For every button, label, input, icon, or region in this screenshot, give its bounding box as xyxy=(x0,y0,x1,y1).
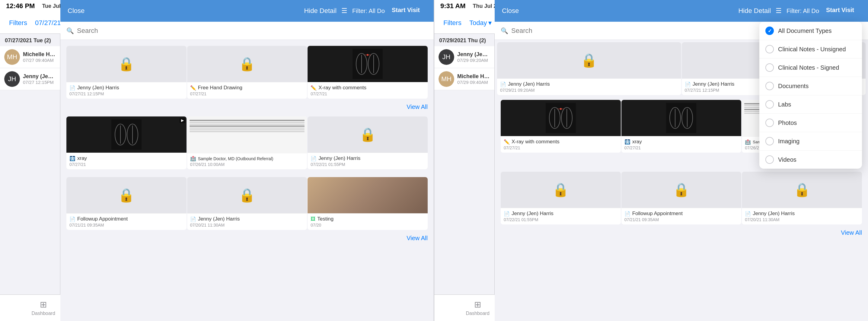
left-doc-meta-7: 📄 Jenny (Jen) Harris 07/20/21 11:30AM xyxy=(187,213,307,230)
left-doc-thumb-8 xyxy=(308,177,428,213)
left-doc-meta-3: 🩻 xray 07/27/21 xyxy=(66,153,187,169)
left-tab-label-dashboard: Dashboard xyxy=(32,311,55,316)
right-doc-thumb-7: 🔒 xyxy=(742,172,862,208)
right-doc-thumb-5: 🔒 xyxy=(501,172,621,208)
left-doc-card-4[interactable]: 🏥 Sample Doctor, MD (Outbound Referral) … xyxy=(187,117,307,169)
right-dropdown-label-all: All Document Types xyxy=(778,34,832,34)
right-dropdown-item-videos[interactable]: Videos xyxy=(760,151,862,169)
pdf-icon: 📄 xyxy=(500,82,506,87)
left-doc-card-7[interactable]: 🔒 📄 Jenny (Jen) Harris 07/20/21 11:30AM xyxy=(187,177,307,230)
right-doc-grid-3: 🔒 📄 Jenny (Jen) Harris 07/22/21 01:55PM xyxy=(497,168,866,228)
right-dropdown-item-labs[interactable]: Labs xyxy=(760,95,862,114)
left-doc-card-3[interactable]: ▶ 🩻 xray xyxy=(66,117,187,169)
right-appt-item-0[interactable]: JH Jenny (Jen) H 07/29 09:20AM xyxy=(434,46,494,68)
left-status-left: 12:46 PM Tue Jul 27 xyxy=(6,2,68,10)
right-doc-card-5[interactable]: 🔒 📄 Jenny (Jen) Harris 07/22/21 01:55PM xyxy=(501,172,621,224)
right-dropdown-item-all[interactable]: All Document Types xyxy=(760,34,862,40)
left-doc-card-6[interactable]: 🔒 📄 Followup Appointment 07/21/21 09:35A… xyxy=(66,177,187,230)
right-doc-card-7[interactable]: 🔒 📄 Jenny (Jen) Harris 07/20/21 11:30AM xyxy=(742,172,862,224)
right-doc-card-3[interactable]: 🩻 xray 07/27/21 xyxy=(621,100,742,153)
left-doc-meta-1: ✏️ Free Hand Drawing 07/27/21 xyxy=(187,82,307,99)
right-dropdown-item-clinical-unsigned[interactable]: Clinical Notes - Unsigned xyxy=(760,40,862,59)
lock-icon: 🔒 xyxy=(673,182,690,198)
right-appt-info-0: Jenny (Jen) H 07/29 09:20AM xyxy=(457,51,490,63)
right-dropdown-item-imaging[interactable]: Imaging xyxy=(760,132,862,151)
right-date-button[interactable]: Today ▾ xyxy=(469,19,492,27)
left-appt-time-1: 07/27 12:15PM xyxy=(23,79,56,85)
right-doc-thumb-3 xyxy=(621,100,742,136)
pdf-icon: 📄 xyxy=(624,211,630,217)
right-day-header: 07/29/2021 Thu (2) xyxy=(434,34,494,46)
left-doc-card-1[interactable]: 🔒 ✏️ Free Hand Drawing 07/27/21 xyxy=(187,46,307,99)
lock-icon: 🔒 xyxy=(239,56,255,72)
left-appt-time-0: 07/27 09:40AM xyxy=(23,58,56,63)
right-doc-meta-2: ✏️ X-ray with comments 07/27/21 xyxy=(501,136,621,153)
lock-icon: 🔒 xyxy=(118,56,134,72)
left-doc-meta-4: 🏥 Sample Doctor, MD (Outbound Referral) … xyxy=(187,153,307,169)
left-doc-card-2[interactable]: ✏️ X-ray with comments 07/27/21 xyxy=(308,46,428,99)
right-appt-avatar-0: JH xyxy=(438,49,454,65)
xray-image-r xyxy=(546,103,576,133)
right-dropdown-item-photos[interactable]: Photos xyxy=(760,114,862,132)
right-doc-card-2[interactable]: ✏️ X-ray with comments 07/27/21 xyxy=(501,100,621,153)
left-doc-card-5[interactable]: 🔒 📄 Jenny (Jen) Harris 07/22/21 01:55PM xyxy=(308,117,428,169)
pdf-icon: 📄 xyxy=(69,216,75,222)
right-doc-card-6[interactable]: 🔒 📄 Followup Appointment 07/21/21 09:35A… xyxy=(621,172,742,224)
svg-rect-12 xyxy=(546,103,576,133)
left-filters-button[interactable]: Filters xyxy=(6,17,30,29)
right-radio-videos xyxy=(765,155,774,164)
right-dropdown-item-documents[interactable]: Documents xyxy=(760,77,862,95)
right-doc-meta-0: 📄 Jenny (Jen) Harris 07/29/21 09:20AM xyxy=(497,78,681,95)
xray-image-r2 xyxy=(666,103,696,133)
right-appt-time-0: 07/29 09:20AM xyxy=(457,58,490,63)
svg-rect-7 xyxy=(112,120,142,150)
left-doc-thumb-7: 🔒 xyxy=(187,177,307,213)
right-dropdown-label-clinical-unsigned: Clinical Notes - Unsigned xyxy=(778,46,846,53)
right-radio-photos xyxy=(765,119,774,127)
svg-rect-0 xyxy=(352,49,383,79)
right-time: 9:31 AM xyxy=(440,2,466,10)
left-doc-grid-3: 🔒 📄 Followup Appointment 07/21/21 09:35A… xyxy=(63,173,431,233)
left-time: 12:46 PM xyxy=(6,2,35,10)
right-doc-card-0[interactable]: 🔒 📄 Jenny (Jen) Harris 07/29/21 09:20AM xyxy=(497,42,681,95)
left-doc-meta-8: 🖼 Testing 07/20 xyxy=(308,213,428,230)
left-doc-thumb-2 xyxy=(308,46,428,82)
left-appt-name-0: Michelle Harris xyxy=(23,51,56,58)
right-radio-clinical-unsigned xyxy=(765,45,774,54)
left-doc-card-8[interactable]: 🖼 Testing 07/20 xyxy=(308,177,428,230)
left-view-all-1-button[interactable]: View All xyxy=(406,103,428,110)
right-appt-item-1[interactable]: MH Michelle Harris 07/29 09:40AM xyxy=(434,68,494,90)
right-appt-time-1: 07/29 09:40AM xyxy=(457,79,490,85)
left-modal-search: 🔍 xyxy=(60,34,434,40)
left-doc-thumb-5: 🔒 xyxy=(308,117,428,153)
left-doc-thumb-1: 🔒 xyxy=(187,46,307,82)
left-modal-search-input[interactable] xyxy=(77,34,428,35)
left-view-all-3-button[interactable]: View All xyxy=(406,235,428,242)
left-appointment-list: 07/27/2021 Tue (2) MH Michelle Harris 07… xyxy=(0,34,60,294)
right-radio-imaging xyxy=(765,137,774,146)
xray-icon: 🩻 xyxy=(69,156,75,161)
lock-icon: 🔒 xyxy=(360,127,376,142)
left-doc-meta-0: 📄 Jenny (Jen) Harris 07/27/21 12:15PM xyxy=(66,82,187,99)
right-dropdown-label-imaging: Imaging xyxy=(778,138,800,145)
right-modal-search-icon: 🔍 xyxy=(501,34,508,34)
right-modal: Close Hide Detail ☰ Filter: All Document… xyxy=(495,34,868,294)
left-doc-card-0[interactable]: 🔒 📄 Jenny (Jen) Harris 07/27/21 12:15PM xyxy=(66,46,187,99)
right-screen: 9:31 AM Thu Jul 29 📶 🔋 53% Filters Today… xyxy=(434,0,868,321)
left-appt-item-0[interactable]: MH Michelle Harris 07/27 09:40AM xyxy=(0,46,60,68)
right-view-all-3-button[interactable]: View All xyxy=(841,229,862,236)
right-dashboard-icon: ⊞ xyxy=(474,299,481,310)
xray-comment-icon: ✏️ xyxy=(504,139,510,145)
svg-rect-19 xyxy=(666,103,696,133)
right-filters-button[interactable]: Filters xyxy=(440,17,464,29)
right-dropdown-item-clinical-signed[interactable]: Clinical Notes - Signed xyxy=(760,59,862,77)
right-appt-info-1: Michelle Harris 07/29 09:40AM xyxy=(457,73,490,85)
left-doc-thumb-0: 🔒 xyxy=(66,46,187,82)
right-body: 07/29/2021 Thu (2) JH Jenny (Jen) H 07/2… xyxy=(434,34,868,294)
left-doc-area: 🔒 📄 Jenny (Jen) Harris 07/27/21 12:15PM xyxy=(60,40,434,294)
left-doc-thumb-6: 🔒 xyxy=(66,177,187,213)
pdf-icon: 📄 xyxy=(69,85,75,91)
right-doc-meta-3: 🩻 xray 07/27/21 xyxy=(621,136,742,153)
left-doc-meta-6: 📄 Followup Appointment 07/21/21 09:35AM xyxy=(66,213,187,230)
left-appt-item-1[interactable]: JH Jenny (Jen) H 07/27 12:15PM xyxy=(0,68,60,90)
